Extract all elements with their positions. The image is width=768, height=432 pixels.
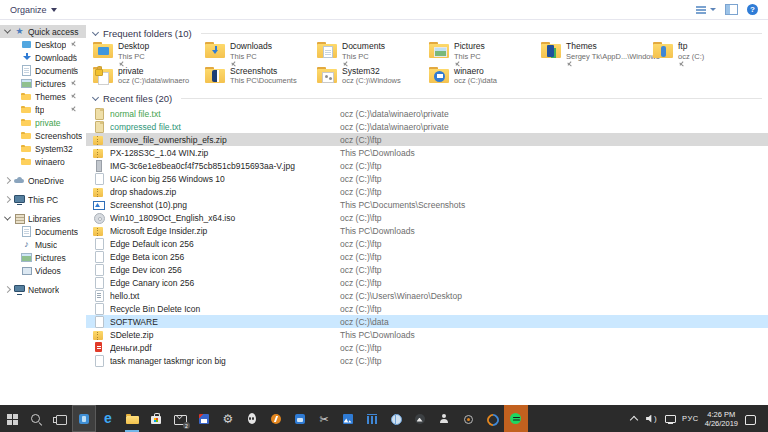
file-row-edge-beta-icon-256[interactable]: Edge Beta icon 256ocz (C:)\ftp: [86, 250, 768, 263]
sidebar-item-label: Pictures: [35, 79, 66, 89]
alien-app-button[interactable]: [240, 405, 264, 432]
folder-tile-winaero[interactable]: winaeroocz (C:)\data: [429, 67, 541, 86]
file-row-win10-1809oct-english-x64-iso[interactable]: Win10_1809Oct_English_x64.isoocz (C:)\ft…: [86, 211, 768, 224]
file-row-img-3c6e1e8bea0cf4f75cb851cb915693aa-v-jpg[interactable]: IMG-3c6e1e8bea0cf4f75cb851cb915693aa-V.j…: [86, 159, 768, 172]
file-row-hello-txt[interactable]: hello.txtocz (C:)\Users\Winaero\Desktop: [86, 289, 768, 302]
sync-app-button[interactable]: [480, 405, 504, 432]
folder-tile-ftp[interactable]: ftpocz (C:): [653, 42, 765, 61]
sidebar-item-label: Videos: [35, 266, 61, 276]
view-options-caret-icon[interactable]: [710, 8, 716, 11]
preview-pane-icon[interactable]: [725, 4, 738, 15]
chevron-expanded-icon[interactable]: [4, 214, 11, 221]
chevron-collapsed-icon[interactable]: [4, 286, 11, 293]
sidebar-item-pictures[interactable]: Pictures: [0, 251, 86, 264]
file-row-screenshot-10-png[interactable]: Screenshot (10).pngThis PC\Documents\Scr…: [86, 198, 768, 211]
file-row-remove-file-ownership-efs-zip[interactable]: remove_file_ownership_efs.zipocz (C:)\ft…: [86, 133, 768, 146]
pictures-icon: [21, 252, 32, 263]
sidebar-item-this-pc[interactable]: This PC: [0, 193, 86, 206]
folder-tile-documents[interactable]: DocumentsThis PC: [317, 42, 429, 61]
mail-button[interactable]: 2: [168, 405, 192, 432]
sidebar-item-screenshots[interactable]: Screenshots: [0, 129, 86, 142]
sidebar-item-pictures[interactable]: Pictures: [0, 77, 86, 90]
folder-tile-private[interactable]: privateocz (C:)\data\winaero: [93, 67, 205, 86]
explorer-window-button[interactable]: [288, 405, 312, 432]
file-row-recycle-bin-delete-icon[interactable]: Recycle Bin Delete Iconocz (C:)\ftp: [86, 302, 768, 315]
folder-tile-pictures[interactable]: PicturesThis PC: [429, 42, 541, 61]
store-button[interactable]: [144, 405, 168, 432]
file-row-деньги-pdf[interactable]: Деньги.pdfocz (C:)\ftp: [86, 341, 768, 354]
file-name: compressed file.txt: [110, 122, 334, 132]
sidebar-item-winaero[interactable]: winaero: [0, 155, 86, 168]
sidebar-item-system32[interactable]: System32: [0, 142, 86, 155]
folder-desktop-icon: [98, 47, 109, 55]
sidebar-item-ftp[interactable]: ftp: [0, 103, 86, 116]
file-row-normal-file-txt[interactable]: normal file.txtocz (C:)\data\winaero\pri…: [86, 107, 768, 120]
spotify-button[interactable]: [504, 405, 528, 432]
file-path: ocz (C:)\ftp: [340, 135, 382, 145]
view-options-icon[interactable]: [696, 5, 706, 14]
tray-expand-icon[interactable]: [628, 413, 640, 425]
sidebar-item-music[interactable]: Music: [0, 238, 86, 251]
folder-tile-screenshots[interactable]: ScreenshotsThis PC\Documents: [205, 67, 317, 86]
file-row-edge-canary-icon-256[interactable]: Edge Canary icon 256ocz (C:)\ftp: [86, 276, 768, 289]
language-indicator[interactable]: РУС: [682, 414, 699, 423]
sidebar-item-downloads[interactable]: Downloads: [0, 51, 86, 64]
frequent-folders-title: Frequent folders (10): [103, 28, 192, 39]
folder-tile-desktop[interactable]: DesktopThis PC: [93, 42, 205, 61]
sidebar-item-documents[interactable]: Documents: [0, 225, 86, 238]
action-center-icon[interactable]: [744, 413, 756, 425]
file-row-edge-default-icon-256[interactable]: Edge Default icon 256ocz (C:)\ftp: [86, 237, 768, 250]
folder-tile-location: ocz (C:)\data\winaero: [118, 76, 189, 85]
target-app-button[interactable]: [456, 405, 480, 432]
sidebar-item-libraries[interactable]: Libraries: [0, 212, 86, 225]
file-row-compressed-file-txt[interactable]: compressed file.txtocz (C:)\data\winaero…: [86, 120, 768, 133]
file-row-uac-icon-big-256-windows-10[interactable]: UAC icon big 256 Windows 10ocz (C:)\ftp: [86, 172, 768, 185]
globe-app-button[interactable]: [384, 405, 408, 432]
chevron-collapsed-icon[interactable]: [4, 196, 11, 203]
file-row-sdelete-zip[interactable]: SDelete.zipThis PC\Downloads: [86, 328, 768, 341]
sidebar-item-private[interactable]: private: [0, 116, 86, 129]
frequent-folders-header[interactable]: Frequent folders (10): [93, 28, 762, 39]
file-explorer-button[interactable]: [120, 405, 144, 432]
file-row-px-128s3c-1-04-win-zip[interactable]: PX-128S3C_1.04 WIN.zipThis PC\Downloads: [86, 146, 768, 159]
snip-button[interactable]: [312, 405, 336, 432]
sidebar-item-desktop[interactable]: Desktop: [0, 38, 86, 51]
chevron-collapsed-icon[interactable]: [4, 177, 11, 184]
folder-winaero-icon: [434, 71, 445, 82]
sidebar-item-documents[interactable]: Documents: [0, 64, 86, 77]
sidebar-item-network[interactable]: Network: [0, 283, 86, 296]
folder-tile-themes[interactable]: ThemesSergey Tk\AppD...\Windows: [541, 42, 653, 61]
volume-icon[interactable]: [646, 413, 658, 425]
task-view-button[interactable]: [48, 405, 72, 432]
file-row-drop-shadows-zip[interactable]: drop shadows.zipocz (C:)\ftp: [86, 185, 768, 198]
organize-menu[interactable]: Organize: [10, 5, 57, 15]
settings-button[interactable]: [216, 405, 240, 432]
search-button[interactable]: [24, 405, 48, 432]
clock[interactable]: 4:26 PM 4/26/2019: [705, 410, 738, 428]
file-row-task-manager-taskmgr-icon-big[interactable]: task manager taskmgr icon bigocz (C:)\ft…: [86, 354, 768, 367]
help-icon[interactable]: ?: [747, 4, 758, 15]
file-row-software[interactable]: SOFTWAREocz (C:)\data: [86, 315, 768, 328]
sidebar-item-videos[interactable]: Videos: [0, 264, 86, 277]
file-row-edge-dev-icon-256[interactable]: Edge Dev icon 256ocz (C:)\ftp: [86, 263, 768, 276]
network-tray-icon[interactable]: [664, 413, 676, 425]
photos-button[interactable]: [336, 405, 360, 432]
sidebar-item-themes[interactable]: Themes: [0, 90, 86, 103]
chevron-expanded-icon[interactable]: [4, 27, 11, 34]
start-button[interactable]: [0, 405, 24, 432]
camera-app-button[interactable]: [408, 405, 432, 432]
edge-button[interactable]: [96, 405, 120, 432]
header-rule: [201, 33, 762, 34]
contacts-app-button[interactable]: [432, 405, 456, 432]
folder-tile-downloads[interactable]: DownloadsThis PC: [205, 42, 317, 61]
folder-tile-system32[interactable]: System32ocz (C:)\Windows: [317, 67, 429, 86]
file-row-microsoft-edge-insider-zip[interactable]: Microsoft Edge Insider.zipThis PC\Downlo…: [86, 224, 768, 237]
bank-app-button[interactable]: [360, 405, 384, 432]
floppy-app-button[interactable]: [192, 405, 216, 432]
building-icon: [365, 412, 380, 426]
pinned-app-active-button[interactable]: [72, 405, 96, 432]
recent-files-header[interactable]: Recent files (20): [93, 93, 762, 104]
sidebar-item-onedrive[interactable]: OneDrive: [0, 174, 86, 187]
orange-app-button[interactable]: [264, 405, 288, 432]
sidebar-item-quick-access[interactable]: Quick access: [0, 25, 86, 38]
